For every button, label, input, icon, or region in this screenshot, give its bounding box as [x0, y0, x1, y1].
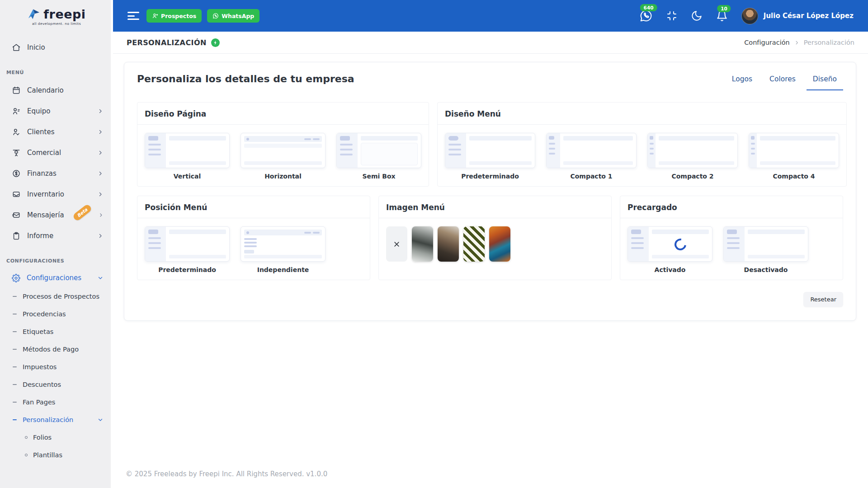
- preload-preview-activado: [627, 226, 712, 262]
- sidebar-item-label: Personalización: [23, 416, 73, 423]
- sidebar-item-finanzas[interactable]: Finanzas: [0, 163, 113, 184]
- prospects-button[interactable]: Prospectos: [146, 9, 202, 23]
- brand-logo[interactable]: freepi all development. no limits: [0, 0, 113, 33]
- whatsapp-button-label: WhatsApp: [222, 13, 254, 19]
- calls-count-badge: 640: [640, 4, 657, 11]
- dash-bullet-icon: [13, 349, 17, 350]
- user-name[interactable]: Julio César López López: [764, 12, 854, 20]
- option-precargado-activado[interactable]: Activado: [627, 226, 712, 273]
- position-preview-independiente: [241, 226, 326, 262]
- sidebar-item-etiquetas[interactable]: Etiquetas: [0, 323, 113, 340]
- sidebar-item-metodos-de-pago[interactable]: Métodos de Pago: [0, 340, 113, 358]
- gear-icon: [12, 274, 20, 282]
- panel-title: Posición Menú: [137, 196, 370, 218]
- whatsapp-icon: [212, 13, 219, 19]
- beta-badge: Beta: [72, 203, 92, 221]
- panel-diseno-pagina: Diseño Página Vertical: [137, 102, 429, 187]
- option-menu-predeterminado[interactable]: Predeterminado: [445, 133, 535, 180]
- tab-diseno[interactable]: Diseño: [807, 73, 843, 90]
- notifications-icon[interactable]: 10: [716, 10, 728, 22]
- sidebar-item-equipo[interactable]: Equipo: [0, 101, 113, 122]
- chevron-down-icon: [98, 417, 103, 422]
- option-label: Compacto 4: [773, 173, 815, 180]
- option-label: Desactivado: [744, 266, 788, 273]
- option-label: Activado: [655, 266, 686, 273]
- option-menu-compacto-4[interactable]: Compacto 4: [749, 133, 839, 180]
- sidebar-item-plantillas[interactable]: Plantillas: [0, 446, 113, 464]
- dash-bullet-icon: [13, 384, 17, 385]
- calls-icon[interactable]: 640: [639, 9, 653, 23]
- sidebar-item-label: Comercial: [27, 149, 61, 157]
- brand-name: freepi: [43, 7, 85, 21]
- minimize-icon: [666, 10, 677, 21]
- option-menu-compacto-1[interactable]: Compacto 1: [546, 133, 637, 180]
- finance-icon: [12, 169, 21, 178]
- sidebar-item-impuestos[interactable]: Impuestos: [0, 358, 113, 375]
- compress-icon[interactable]: [666, 10, 677, 21]
- sidebar-item-descuentos[interactable]: Descuentos: [0, 375, 113, 393]
- breadcrumb-configuracion[interactable]: Configuración: [744, 39, 790, 46]
- preload-preview-desactivado: [723, 226, 808, 262]
- sidebar-item-mensajeria[interactable]: Mensajería Beta: [0, 205, 113, 225]
- panel-precargado: Precargado Activado: [620, 196, 843, 280]
- reset-button[interactable]: Resetear: [803, 292, 843, 307]
- tab-colores[interactable]: Colores: [763, 73, 802, 90]
- hamburger-menu-icon[interactable]: [127, 12, 139, 20]
- sidebar-item-configuraciones[interactable]: Configuraciones: [0, 268, 113, 287]
- page-header: PERSONALIZACIÓN Configuración Personaliz…: [113, 32, 868, 54]
- no-image-option[interactable]: [386, 226, 407, 262]
- menu-image-snow-forest[interactable]: [412, 226, 433, 262]
- sidebar-item-calendario[interactable]: Calendario: [0, 80, 113, 101]
- sidebar-item-label: Informe: [27, 232, 53, 240]
- sidebar-item-folios[interactable]: Folios: [0, 428, 113, 446]
- option-horizontal[interactable]: Horizontal: [241, 133, 326, 180]
- page-info-badge[interactable]: [211, 38, 220, 47]
- calendar-icon: [12, 86, 21, 95]
- layout-preview-horizontal: [241, 133, 326, 168]
- moon-icon: [691, 10, 703, 22]
- sidebar-item-informe[interactable]: Informe: [0, 225, 113, 246]
- sidebar-item-label: Inverntario: [27, 190, 64, 198]
- person-plus-icon: [152, 13, 158, 19]
- commerce-icon: [12, 148, 21, 157]
- card-title: Personaliza los detalles de tu empresa: [137, 73, 354, 84]
- menu-image-green-chevron[interactable]: [463, 226, 485, 262]
- option-precargado-desactivado[interactable]: Desactivado: [723, 226, 808, 273]
- option-menu-compacto-2[interactable]: Compacto 2: [647, 133, 738, 180]
- personalization-card: Personaliza los detalles de tu empresa L…: [124, 62, 856, 321]
- dark-mode-toggle[interactable]: [691, 10, 703, 22]
- option-posicion-predeterminado[interactable]: Predeterminado: [145, 226, 230, 273]
- dash-bullet-icon: [13, 402, 17, 403]
- option-vertical[interactable]: Vertical: [145, 133, 230, 180]
- clients-icon: [12, 127, 21, 136]
- menu-preview-predeterminado: [445, 133, 535, 168]
- sidebar-item-procesos-de-prospectos[interactable]: Procesos de Prospectos: [0, 287, 113, 305]
- sidebar-item-fan-pages[interactable]: Fan Pages: [0, 393, 113, 411]
- footer-copyright: © 2025 Freeleads by Freepi Inc. All Righ…: [124, 465, 856, 482]
- option-label: Predeterminado: [461, 173, 519, 180]
- sidebar-item-label: Fan Pages: [23, 399, 55, 406]
- panel-posicion-menu: Posición Menú Predeterminado: [137, 196, 370, 280]
- user-avatar[interactable]: [741, 8, 758, 24]
- sidebar: freepi all development. no limits Inicio…: [0, 0, 113, 488]
- sidebar-item-label: Configuraciones: [27, 274, 81, 282]
- sidebar-item-inicio[interactable]: Inicio: [0, 37, 113, 58]
- menu-image-workshop[interactable]: [438, 226, 459, 262]
- menu-preview-compacto-4: [749, 133, 839, 168]
- menu-image-choices: [386, 226, 510, 262]
- sidebar-section-menu: MENÚ: [0, 70, 113, 75]
- topbar: Prospectos WhatsApp 640 10 Julio: [113, 0, 868, 32]
- sidebar-item-label: Métodos de Pago: [23, 346, 79, 353]
- tab-logos[interactable]: Logos: [726, 73, 759, 90]
- menu-image-colorful-abstract[interactable]: [489, 226, 510, 262]
- chevron-right-icon: [98, 192, 103, 197]
- option-posicion-independiente[interactable]: Independiente: [241, 226, 326, 273]
- sidebar-item-personalizacion[interactable]: Personalización: [0, 411, 113, 428]
- option-semi-box[interactable]: Semi Box: [336, 133, 421, 180]
- option-label: Semi Box: [362, 173, 395, 180]
- sidebar-item-inventario[interactable]: Inverntario: [0, 184, 113, 205]
- sidebar-item-comercial[interactable]: Comercial: [0, 142, 113, 163]
- sidebar-item-procedencias[interactable]: Procedencias: [0, 305, 113, 323]
- sidebar-item-clientes[interactable]: Clientes: [0, 122, 113, 142]
- whatsapp-button[interactable]: WhatsApp: [207, 9, 259, 23]
